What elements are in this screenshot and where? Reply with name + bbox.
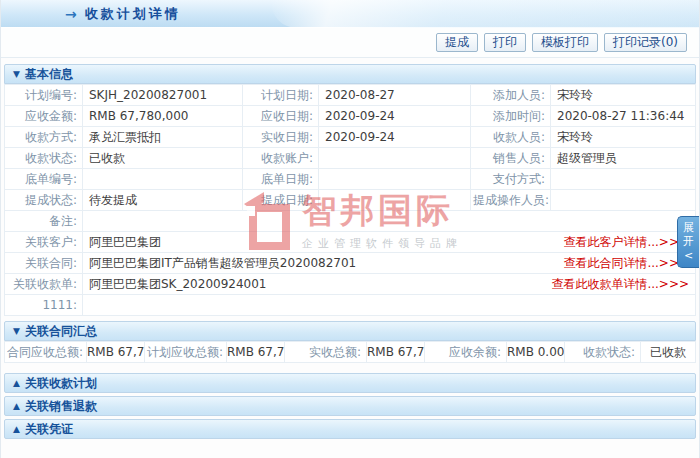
field-value-wide: 阿里巴巴集团 查看此客户详情...>>> (83, 232, 696, 253)
field-value (319, 169, 471, 190)
field-row: 底单编号: 底单日期: 支付方式: (5, 169, 696, 190)
field-value (551, 169, 696, 190)
expand-tab-char: 开 (678, 235, 699, 249)
title-bar: → 收款计划详情 (1, 0, 699, 28)
view-customer-detail-link[interactable]: 查看此客户详情...>>> (563, 234, 689, 251)
field-label: 应收日期: (243, 106, 319, 127)
field-label: 收款账户: (243, 148, 319, 169)
field-row: 备注: (5, 211, 696, 232)
field-value (319, 148, 471, 169)
field-label: 提成状态: (5, 190, 83, 211)
field-value: RMB 67,780,000 (83, 106, 243, 127)
basic-info-table: 计划编号: SKJH_20200827001 计划日期: 2020-08-27 … (4, 84, 696, 316)
summary-label: 计划应收总额: (145, 342, 227, 363)
field-value: 已收款 (83, 148, 243, 169)
section-sales-refund: ▲ 关联销售退款 (4, 396, 696, 416)
field-value: 宋玲玲 (551, 127, 696, 148)
field-label: 提成操作人员: (471, 190, 551, 211)
summary-value: RMB 67,780,000 (367, 342, 425, 363)
field-label: 底单日期: (243, 169, 319, 190)
field-value: SKJH_20200827001 (83, 85, 243, 106)
expand-tab-char: 展 (678, 221, 699, 235)
section-vouchers: ▲ 关联凭证 (4, 419, 696, 439)
field-value: 宋玲玲 (551, 85, 696, 106)
collapse-arrow-icon: ▲ (13, 378, 20, 388)
field-label: 计划日期: (243, 85, 319, 106)
field-value: 2020-08-27 11:36:44 (551, 106, 696, 127)
field-label: 提成日期: (243, 190, 319, 211)
section-title: 关联合同汇总 (25, 323, 97, 340)
section-header-basic-info[interactable]: ▼ 基本信息 (4, 64, 696, 84)
field-value (83, 169, 243, 190)
field-label: 应收金额: (5, 106, 83, 127)
collapse-arrow-icon: ▼ (13, 326, 20, 336)
field-label: 备注: (5, 211, 83, 232)
field-row: 1111: (5, 295, 696, 316)
section-title: 关联销售退款 (25, 398, 97, 415)
field-value (319, 190, 471, 211)
field-label: 底单编号: (5, 169, 83, 190)
summary-value: 已收款 (641, 342, 696, 363)
section-title: 关联收款计划 (25, 375, 97, 392)
view-contract-detail-link[interactable]: 查看此合同详情...>>> (563, 255, 689, 272)
section-header-contract-summary[interactable]: ▼ 关联合同汇总 (4, 321, 696, 341)
field-value: 阿里巴巴集团IT产品销售超级管理员2020082701 (83, 255, 356, 272)
collapse-arrow-icon: ▼ (13, 69, 20, 79)
field-row: 关联合同: 阿里巴巴集团IT产品销售超级管理员2020082701 查看此合同详… (5, 253, 696, 274)
field-label: 关联收款单: (5, 274, 83, 295)
summary-label: 合同应收总额: (5, 342, 87, 363)
section-title: 关联凭证 (25, 421, 73, 438)
field-label: 收款方式: (5, 127, 83, 148)
payment-plan-detail-page: → 收款计划详情 提成 打印 模板打印 打印记录(0) ▼ 基本信息 计划编号:… (0, 0, 700, 458)
page-title: 收款计划详情 (85, 5, 181, 23)
field-label: 销售人员: (471, 148, 551, 169)
field-row: 应收金额: RMB 67,780,000 应收日期: 2020-09-24 添加… (5, 106, 696, 127)
field-label: 实收日期: (243, 127, 319, 148)
field-row: 关联客户: 阿里巴巴集团 查看此客户详情...>>> (5, 232, 696, 253)
template-print-button[interactable]: 模板打印 (532, 33, 598, 52)
summary-label: 收款状态: (565, 342, 641, 363)
field-value (551, 190, 696, 211)
field-value: 2020-08-27 (319, 85, 471, 106)
section-basic-info: ▼ 基本信息 计划编号: SKJH_20200827001 计划日期: 2020… (4, 64, 696, 316)
field-row: 收款方式: 承兑汇票抵扣 实收日期: 2020-09-24 收款人员: 宋玲玲 (5, 127, 696, 148)
commission-button[interactable]: 提成 (436, 33, 478, 52)
field-label: 关联合同: (5, 253, 83, 274)
field-row: 关联收款单: 阿里巴巴集团SK_20200924001 查看此收款单详情...>… (5, 274, 696, 295)
field-label: 收款状态: (5, 148, 83, 169)
summary-label: 应收余额: (425, 342, 507, 363)
summary-value: RMB 0.000 (507, 342, 565, 363)
title-arrow-icon: → (65, 6, 77, 22)
summary-row: 合同应收总额: RMB 67,780,000 计划应收总额: RMB 67,78… (5, 342, 696, 363)
summary-value: RMB 67,780,000 (227, 342, 285, 363)
field-value: 承兑汇票抵扣 (83, 127, 243, 148)
field-label: 计划编号: (5, 85, 83, 106)
expand-panel-tab[interactable]: 展 开 < (677, 216, 699, 268)
field-label: 添加人员: (471, 85, 551, 106)
field-value: 2020-09-24 (319, 127, 471, 148)
toolbar: 提成 打印 模板打印 打印记录(0) (1, 28, 699, 58)
field-label: 支付方式: (471, 169, 551, 190)
field-value: 待发提成 (83, 190, 243, 211)
print-records-button[interactable]: 打印记录(0) (604, 33, 687, 52)
field-label: 添加时间: (471, 106, 551, 127)
collapse-arrow-icon: ▲ (13, 401, 20, 411)
field-value-wide (83, 211, 696, 232)
field-value: 阿里巴巴集团SK_20200924001 (83, 276, 266, 293)
field-label: 关联客户: (5, 232, 83, 253)
summary-label: 实收总额: (285, 342, 367, 363)
section-contract-summary: ▼ 关联合同汇总 合同应收总额: RMB 67,780,000 计划应收总额: … (4, 321, 696, 363)
section-header-sales-refund[interactable]: ▲ 关联销售退款 (4, 396, 696, 416)
chevron-left-icon: < (678, 249, 699, 263)
print-button[interactable]: 打印 (484, 33, 526, 52)
field-row: 提成状态: 待发提成 提成日期: 提成操作人员: (5, 190, 696, 211)
section-header-vouchers[interactable]: ▲ 关联凭证 (4, 419, 696, 439)
field-row: 收款状态: 已收款 收款账户: 销售人员: 超级管理员 (5, 148, 696, 169)
field-value: 2020-09-24 (319, 106, 471, 127)
section-related-plans: ▲ 关联收款计划 (4, 373, 696, 393)
field-value: 阿里巴巴集团 (83, 234, 161, 251)
view-receipt-detail-link[interactable]: 查看此收款单详情...>>> (551, 276, 689, 293)
field-label: 1111: (5, 295, 83, 316)
section-header-related-plans[interactable]: ▲ 关联收款计划 (4, 373, 696, 393)
field-value-wide: 阿里巴巴集团SK_20200924001 查看此收款单详情...>>> (83, 274, 696, 295)
